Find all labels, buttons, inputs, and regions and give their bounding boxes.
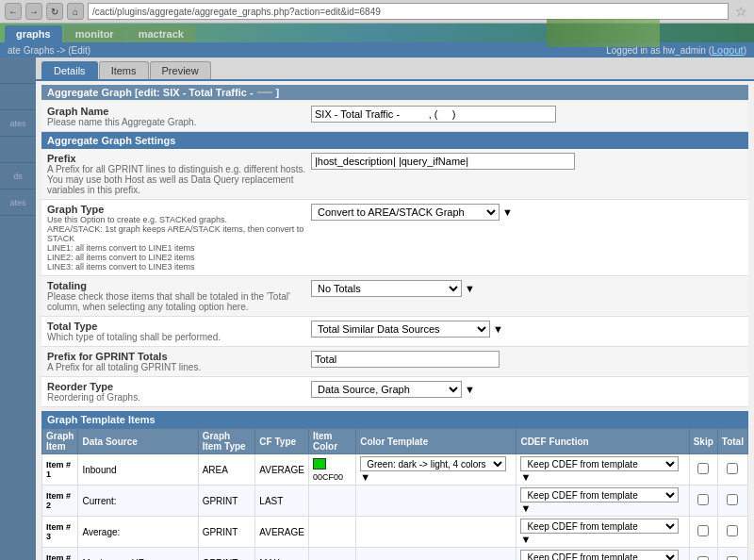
totaling-dropdown-icon: ▼ [465, 283, 475, 294]
reorder-select[interactable]: Data Source, Graph Graph, Data Source No… [311, 381, 462, 398]
cdef-dropdown-icon: ▼ [520, 471, 531, 483]
cell-data-source: Current: [78, 486, 198, 517]
graph-type-desc: Use this Option to create e.g. STACKed g… [47, 215, 311, 272]
sidebar-item-1[interactable] [0, 58, 36, 84]
cell-skip[interactable] [689, 517, 717, 548]
tab-monitor[interactable]: monitor [64, 25, 125, 42]
cell-skip[interactable] [689, 486, 717, 517]
cell-color-template[interactable]: Green: dark -> light, 4 colors▼ [356, 454, 516, 486]
table-row: Item #1InboundAREAAVERAGE00CF00Green: da… [42, 454, 748, 486]
reorder-dropdown-icon: ▼ [465, 384, 475, 395]
bookmark-icon: ☆ [732, 3, 749, 20]
refresh-button[interactable]: ↻ [46, 3, 63, 20]
graph-type-select[interactable]: Convert to AREA/STACK Graph Convert to L… [311, 204, 500, 221]
th-color-template: Color Template [356, 429, 516, 454]
sidebar-item-6[interactable]: ates [0, 189, 36, 216]
graph-name-input[interactable] [311, 106, 556, 123]
tab-preview[interactable]: Preview [150, 61, 211, 79]
aggregate-graph-title-end: ] [276, 87, 280, 98]
th-cdef-function: CDEF Function [516, 429, 689, 454]
forward-button[interactable]: → [25, 3, 42, 20]
tab-details[interactable]: Details [41, 61, 98, 79]
cell-data-source: Average: [78, 517, 198, 548]
prefix-input[interactable] [311, 153, 575, 170]
th-graph-item: GraphItem [42, 429, 78, 454]
cdef-select[interactable]: Keep CDEF from template [520, 487, 679, 502]
back-button[interactable]: ← [5, 3, 22, 20]
sidebar: ates ds ates [0, 58, 36, 560]
agg-graph-settings-header: Aggregate Graph Settings [41, 132, 748, 149]
total-checkbox[interactable] [727, 463, 738, 474]
cdef-select[interactable]: Keep CDEF from template [520, 519, 679, 534]
graph-type-label: Graph Type [47, 204, 311, 215]
skip-checkbox[interactable] [697, 494, 709, 505]
skip-checkbox[interactable] [697, 525, 709, 536]
total-checkbox[interactable] [727, 525, 738, 536]
cell-color-template[interactable] [356, 548, 516, 561]
tab-mactrack[interactable]: mactrack [127, 25, 195, 42]
cell-total[interactable] [717, 517, 747, 548]
cell-skip[interactable] [689, 548, 717, 561]
color-value: 00CF00 [313, 472, 343, 482]
cell-cf-type: LAST [255, 486, 309, 517]
sidebar-item-5[interactable]: ds [0, 163, 36, 189]
tab-graphs[interactable]: graphs [5, 25, 62, 42]
prefix-totals-desc: A Prefix for all totaling GPRINT lines. [47, 362, 311, 372]
aggregate-graph-name-box [257, 91, 272, 93]
cdef-select[interactable]: Keep CDEF from template [520, 550, 679, 560]
cell-cdef-function[interactable]: Keep CDEF from template▼ [516, 454, 689, 486]
main-content: Details Items Preview Aggregate Graph [e… [36, 58, 754, 560]
sidebar-item-3[interactable]: ates [0, 110, 36, 137]
cdef-dropdown-icon: ▼ [520, 534, 531, 545]
cell-cdef-function[interactable]: Keep CDEF from template▼ [516, 548, 689, 561]
address-bar[interactable] [88, 3, 729, 20]
sidebar-item-4[interactable] [0, 137, 36, 163]
table-row: Item #4Maximum:<HR>GPRINTMAXKeep CDEF fr… [42, 548, 748, 561]
total-type-label: Total Type [47, 321, 311, 332]
total-checkbox[interactable] [727, 494, 738, 505]
cdef-select[interactable]: Keep CDEF from template [520, 456, 679, 471]
cell-color-template[interactable] [356, 517, 516, 548]
totaling-desc: Please check those items that shall be t… [47, 291, 311, 312]
cell-color-template[interactable] [356, 486, 516, 517]
cell-graph-item-type: GPRINT [198, 486, 255, 517]
th-total: Total [717, 429, 747, 454]
home-button[interactable]: ⌂ [67, 3, 84, 20]
color-template-select[interactable]: Green: dark -> light, 4 colors [360, 456, 506, 471]
prefix-totals-label: Prefix for GPRINT Totals [47, 351, 311, 362]
th-skip: Skip [689, 429, 717, 454]
reorder-desc: Reordering of Graphs. [47, 392, 311, 403]
cell-cf-type: MAX [255, 548, 309, 561]
total-type-select[interactable]: Total Similar Data Sources Total All Dat… [311, 321, 490, 338]
cell-item-color: 00CF00 [308, 454, 355, 486]
cell-total[interactable] [717, 548, 747, 561]
th-graph-item-type: GraphItem Type [198, 429, 255, 454]
cell-item-num: Item #2 [42, 486, 78, 517]
th-data-source: Data Source [78, 429, 198, 454]
graph-template-items-title: Graph Template Items [41, 411, 748, 428]
cell-skip[interactable] [689, 454, 717, 486]
skip-checkbox[interactable] [697, 463, 709, 474]
cell-graph-item-type: AREA [198, 454, 255, 486]
cell-total[interactable] [717, 454, 747, 486]
cell-graph-item-type: GPRINT [198, 517, 255, 548]
graph-template-table: GraphItem Data Source GraphItem Type CF … [41, 428, 748, 560]
logout-link[interactable]: Logout [712, 44, 744, 56]
prefix-desc: A Prefix for all GPRINT lines to disting… [47, 164, 311, 195]
total-checkbox[interactable] [727, 556, 738, 560]
cdef-dropdown-icon: ▼ [520, 502, 531, 514]
totaling-select[interactable]: No Totals Print All Print Matching [311, 280, 462, 297]
cell-item-num: Item #1 [42, 454, 78, 486]
cell-item-num: Item #3 [42, 517, 78, 548]
cell-cdef-function[interactable]: Keep CDEF from template▼ [516, 517, 689, 548]
tab-items[interactable]: Items [99, 61, 149, 79]
aggregate-graph-title: Aggregate Graph [edit: SIX - Total Traff… [47, 87, 254, 98]
cell-cdef-function[interactable]: Keep CDEF from template▼ [516, 486, 689, 517]
skip-checkbox[interactable] [697, 556, 709, 560]
cell-total[interactable] [717, 486, 747, 517]
table-row: Item #2Current:GPRINTLASTKeep CDEF from … [42, 486, 748, 517]
graph-name-desc: Please name this Aggregate Graph. [47, 117, 311, 127]
sidebar-item-2[interactable] [0, 84, 36, 110]
graph-type-dropdown-icon: ▼ [502, 206, 513, 218]
prefix-totals-input[interactable] [311, 351, 500, 368]
